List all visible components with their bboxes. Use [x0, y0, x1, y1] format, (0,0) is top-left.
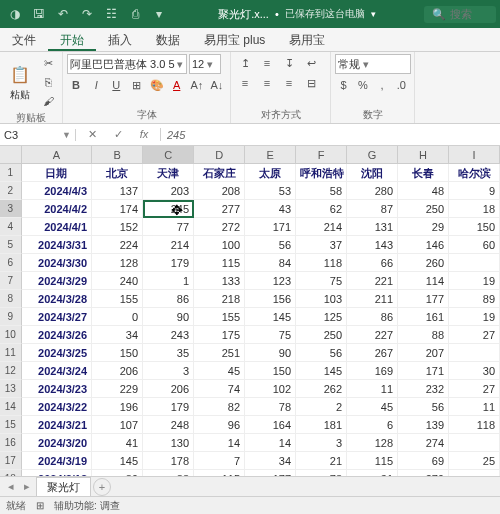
sheet-nav-next[interactable]: ▸	[20, 480, 34, 493]
cell[interactable]: 82	[194, 398, 245, 416]
align-center-icon[interactable]: ≡	[257, 74, 277, 92]
font-name-combo[interactable]: 阿里巴巴普惠体 3.0 55 Regu▾	[67, 54, 187, 74]
row-header[interactable]: 6	[0, 254, 22, 272]
cell[interactable]: 2024/3/19	[22, 452, 93, 470]
align-mid-icon[interactable]: ≡	[257, 54, 277, 72]
wrap-icon[interactable]: ↩	[301, 54, 321, 72]
border-icon[interactable]: ⊞	[127, 76, 145, 94]
cell[interactable]	[449, 344, 500, 362]
col-C[interactable]: C	[143, 146, 194, 164]
cell[interactable]: 250	[398, 200, 449, 218]
cell[interactable]: 161	[398, 308, 449, 326]
cell[interactable]: 2	[296, 398, 347, 416]
col-I[interactable]: I	[449, 146, 500, 164]
tab-data[interactable]: 数据	[144, 28, 192, 51]
cell[interactable]: 66	[347, 254, 398, 272]
cell[interactable]: 207	[398, 344, 449, 362]
bold-icon[interactable]: B	[67, 76, 85, 94]
cell[interactable]: 25	[449, 452, 500, 470]
cell[interactable]: 43	[245, 200, 296, 218]
cell[interactable]: 100	[194, 236, 245, 254]
cell[interactable]: 243	[143, 326, 194, 344]
cell[interactable]: 211	[347, 290, 398, 308]
cell[interactable]: 102	[245, 380, 296, 398]
cell[interactable]: 115	[347, 452, 398, 470]
col-F[interactable]: F	[296, 146, 347, 164]
qat-icon-1[interactable]: ☷	[100, 3, 122, 25]
row-header[interactable]: 14	[0, 398, 22, 416]
undo-icon[interactable]: ↶	[52, 3, 74, 25]
cell[interactable]: 11	[449, 398, 500, 416]
cell[interactable]	[449, 254, 500, 272]
cell[interactable]: 90	[143, 308, 194, 326]
cell[interactable]: 177	[398, 290, 449, 308]
cell[interactable]: 1	[143, 272, 194, 290]
cell[interactable]: 60	[449, 236, 500, 254]
cell[interactable]: 150	[92, 344, 143, 362]
align-left-icon[interactable]: ≡	[235, 74, 255, 92]
col-D[interactable]: D	[194, 146, 245, 164]
cell[interactable]: 115	[194, 254, 245, 272]
cell[interactable]: 14	[194, 434, 245, 452]
cell[interactable]: 84	[245, 254, 296, 272]
cell[interactable]: 75	[245, 326, 296, 344]
fill-color-icon[interactable]: 🎨	[148, 76, 166, 94]
format-painter-icon[interactable]: 🖌	[38, 92, 58, 110]
cell[interactable]: 206	[92, 362, 143, 380]
paste-button[interactable]: 📋 粘贴	[4, 54, 36, 110]
align-top-icon[interactable]: ↥	[235, 54, 255, 72]
cut-icon[interactable]: ✂	[38, 54, 58, 72]
cell[interactable]: 27	[449, 380, 500, 398]
cell[interactable]: 27	[449, 326, 500, 344]
row-header[interactable]: 8	[0, 290, 22, 308]
cell[interactable]: 90	[245, 344, 296, 362]
cell[interactable]: 86	[143, 290, 194, 308]
cell[interactable]: 3	[143, 362, 194, 380]
cell[interactable]: 77	[143, 218, 194, 236]
tab-plugin2[interactable]: 易用宝	[277, 28, 337, 51]
cell[interactable]: 229	[92, 380, 143, 398]
cell[interactable]: 227	[347, 326, 398, 344]
cell[interactable]: 152	[92, 218, 143, 236]
cell[interactable]: 171	[398, 362, 449, 380]
col-H[interactable]: H	[398, 146, 449, 164]
cell[interactable]: 86	[347, 308, 398, 326]
cell[interactable]: 155	[92, 290, 143, 308]
cell[interactable]: 128	[92, 254, 143, 272]
col-B[interactable]: B	[92, 146, 143, 164]
search-box[interactable]: 🔍	[424, 6, 496, 23]
row-header[interactable]: 16	[0, 434, 22, 452]
comma-icon[interactable]: ,	[374, 76, 391, 94]
cell[interactable]: 2024/3/31	[22, 236, 93, 254]
cell[interactable]: 19	[449, 308, 500, 326]
cell[interactable]: 2024/3/28	[22, 290, 93, 308]
cell[interactable]: 56	[245, 236, 296, 254]
row-header[interactable]: 3	[0, 200, 22, 218]
cell[interactable]: 0	[92, 308, 143, 326]
cell[interactable]: 7	[194, 452, 245, 470]
currency-icon[interactable]: $	[335, 76, 352, 94]
cell[interactable]: 2024/3/23	[22, 380, 93, 398]
cell[interactable]: 3	[296, 434, 347, 452]
cell[interactable]: 150	[245, 362, 296, 380]
cell[interactable]: 143	[347, 236, 398, 254]
row-header[interactable]: 17	[0, 452, 22, 470]
row-header[interactable]: 11	[0, 344, 22, 362]
align-bot-icon[interactable]: ↧	[279, 54, 299, 72]
cell[interactable]: 53	[245, 182, 296, 200]
row-header[interactable]: 9	[0, 308, 22, 326]
accept-icon[interactable]: ✓	[106, 128, 130, 141]
cell[interactable]: 29	[398, 218, 449, 236]
cell[interactable]: 78	[245, 398, 296, 416]
cell[interactable]: 280	[347, 182, 398, 200]
cell[interactable]: 2024/3/20	[22, 434, 93, 452]
cell[interactable]: 245	[143, 200, 194, 218]
cell[interactable]: 214	[143, 236, 194, 254]
dec-inc-icon[interactable]: .0	[393, 76, 410, 94]
cell[interactable]: 45	[347, 398, 398, 416]
cell[interactable]: 250	[296, 326, 347, 344]
cell[interactable]: 107	[92, 416, 143, 434]
cell[interactable]: 41	[92, 434, 143, 452]
cell[interactable]: 181	[296, 416, 347, 434]
cell[interactable]: 164	[245, 416, 296, 434]
